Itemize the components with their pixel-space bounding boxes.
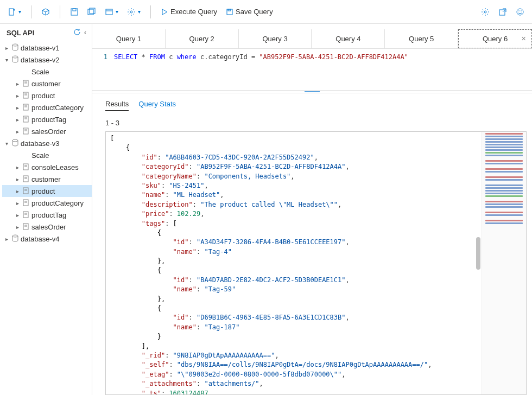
tab-query-stats[interactable]: Query Stats (138, 100, 176, 111)
tab-query-1[interactable]: Query 1 (92, 29, 166, 48)
svg-point-15 (484, 11, 486, 13)
results-panel: [ { "id": "A6BB4603-7CD5-43DC-920A-2A2F5… (105, 131, 527, 395)
tree-node-db2-scale[interactable]: Scale (2, 66, 92, 78)
line-number: 1 (92, 53, 114, 61)
svg-point-11 (130, 11, 132, 13)
chevron-down-icon: ▾ (138, 9, 141, 15)
svg-point-19 (518, 10, 520, 11)
content: Query 1Query 2Query 3Query 4Query 5Query… (92, 24, 532, 395)
toolbar: ▾ ▾ ▾ Execute Query Save Query (0, 0, 532, 24)
svg-marker-3 (42, 9, 49, 12)
save-button-1[interactable] (67, 4, 82, 20)
close-icon[interactable]: ✕ (521, 35, 526, 42)
tab-query-3[interactable]: Query 3 (239, 29, 312, 48)
tree-node-db2-product[interactable]: ▸product (2, 90, 92, 101)
svg-point-21 (12, 44, 18, 46)
results-json[interactable]: [ { "id": "A6BB4603-7CD5-43DC-920A-2A2F5… (106, 132, 526, 394)
tree-node-db3-productCategory[interactable]: ▸productCategory (2, 197, 92, 209)
tree-node-db1[interactable]: ▸database-v1 (2, 42, 92, 54)
tree-node-db3-productTag[interactable]: ▸productTag (2, 209, 92, 221)
tree-node-db3-salesOrder[interactable]: ▸salesOrder (2, 221, 92, 233)
new-document-button[interactable]: ▾ (4, 4, 24, 20)
svg-marker-12 (162, 9, 167, 15)
editor[interactable]: 1 SELECT * FROM c where c.categoryId = "… (92, 49, 532, 64)
save-all-button[interactable] (84, 4, 99, 20)
svg-point-57 (12, 235, 18, 237)
scrollbar-vertical[interactable] (475, 132, 482, 394)
gear-icon[interactable] (478, 4, 493, 20)
tree-node-db3-product[interactable]: ▸product (2, 185, 92, 197)
code-line[interactable]: SELECT * FROM c where c.categoryId = "AB… (114, 53, 408, 61)
chevron-down-icon: ▾ (116, 9, 118, 15)
svg-point-38 (12, 139, 18, 142)
collapse-icon[interactable]: ‹ (84, 28, 86, 37)
svg-line-17 (503, 9, 506, 12)
tree-node-db3[interactable]: ▾database-v3 (2, 137, 92, 149)
minimap[interactable] (482, 132, 526, 394)
tree-node-db2-productTag[interactable]: ▸productTag (2, 113, 92, 125)
tab-query-5[interactable]: Query 5 (385, 29, 458, 48)
window-button[interactable]: ▾ (102, 4, 122, 20)
chevron-down-icon: ▾ (18, 9, 21, 15)
tree-node-db2-customer[interactable]: ▸customer (2, 78, 92, 90)
svg-point-18 (517, 9, 523, 15)
sidebar: SQL API ‹ ▸database-v1▾database-v2Scale▸… (0, 24, 92, 395)
popout-icon[interactable] (495, 4, 510, 20)
result-tabs: Results Query Stats (92, 93, 532, 114)
execute-query-button[interactable]: Execute Query (157, 4, 220, 20)
svg-rect-0 (9, 9, 14, 15)
smile-icon[interactable] (512, 4, 528, 20)
svg-rect-5 (71, 9, 78, 15)
sidebar-title: SQL API (7, 29, 34, 37)
tree-node-db2-productCategory[interactable]: ▸productCategory (2, 101, 92, 113)
tree-node-db3-scale[interactable]: Scale (2, 149, 92, 161)
save-query-button[interactable]: Save Query (223, 4, 276, 20)
tree-node-db4[interactable]: ▸database-v4 (2, 233, 92, 245)
tab-query-4[interactable]: Query 4 (312, 29, 385, 48)
svg-point-20 (521, 10, 522, 11)
query-tabs: Query 1Query 2Query 3Query 4Query 5Query… (92, 29, 532, 49)
tree-node-db2-salesOrder[interactable]: ▸salesOrder (2, 125, 92, 137)
settings-button[interactable]: ▾ (124, 4, 144, 20)
result-count: 1 - 3 (92, 114, 532, 131)
tree-node-db2[interactable]: ▾database-v2 (2, 54, 92, 66)
svg-rect-6 (73, 9, 76, 11)
svg-point-22 (12, 56, 18, 58)
tab-query-6[interactable]: Query 6✕ (458, 29, 532, 48)
tree-node-db3-customer[interactable]: ▸customer (2, 173, 92, 185)
refresh-icon[interactable] (73, 28, 81, 37)
cube-button[interactable] (38, 4, 53, 20)
tab-results[interactable]: Results (105, 100, 129, 111)
tree-node-db3-consoleLeases[interactable]: ▸consoleLeases (2, 161, 92, 173)
svg-rect-14 (228, 9, 231, 11)
svg-rect-9 (106, 9, 112, 15)
tree: ▸database-v1▾database-v2Scale▸customer▸p… (0, 42, 92, 395)
tab-query-2[interactable]: Query 2 (166, 29, 239, 48)
